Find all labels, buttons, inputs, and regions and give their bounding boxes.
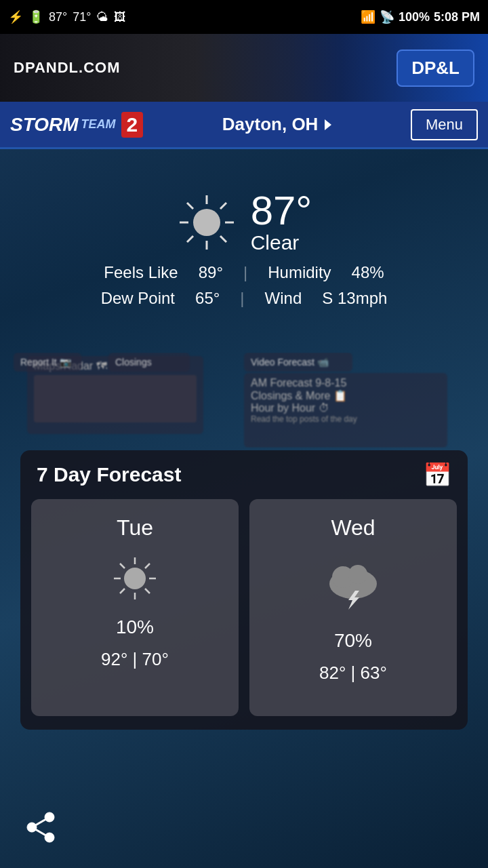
wifi-icon: 📶 [361, 9, 375, 24]
feels-like-value: 89° [199, 260, 223, 285]
bg-card-reportit: Report It 📷 [14, 353, 81, 372]
svg-line-6 [220, 203, 226, 209]
tue-sun-icon [111, 555, 159, 602]
forecast-days: Tue [20, 499, 468, 716]
wed-storm-icon [323, 558, 384, 612]
logo-team: TEAM [81, 117, 116, 132]
svg-line-5 [220, 236, 226, 242]
wind-value: S 13mph [322, 285, 387, 311]
tue-weather-icon [104, 551, 165, 606]
share-icon [24, 810, 58, 844]
forecast-title: 7 Day Forecast [37, 463, 181, 486]
svg-line-14 [145, 589, 150, 593]
current-temperature: 87° [251, 191, 312, 231]
background-cards: Maps/Radar 🗺 Report It 📷 Closings Video … [0, 353, 488, 448]
logo-channel: 2 [121, 112, 144, 138]
app-header: STORM TEAM 2 Dayton, OH Menu [0, 102, 488, 149]
logo-storm: STORM [10, 114, 79, 136]
bg-card-video: Video Forecast 📹 [244, 353, 352, 372]
wed-precip: 70% [334, 630, 372, 652]
weather-status-icon: 🌤 [96, 10, 108, 24]
dew-point-label: Dew Point [101, 285, 175, 311]
tue-temps: 92° | 70° [101, 649, 169, 670]
forecast-day-tue[interactable]: Tue [31, 499, 239, 716]
tue-precip: 10% [116, 616, 154, 638]
weather-details: Feels Like 89° | Humidity 48% Dew Point … [101, 260, 388, 312]
battery-percent: 100% [399, 10, 430, 24]
menu-button[interactable]: Menu [411, 109, 478, 140]
status-bar: ⚡ 🔋 87° 71° 🌤 🖼 📶 📡 100% 5:08 PM [0, 0, 488, 34]
temp-low-status: 71° [73, 10, 91, 24]
forecast-container: 7 Day Forecast 📅 Tue [0, 450, 488, 730]
detail-row-1: Feels Like 89° | Humidity 48% [101, 260, 388, 285]
wed-weather-icon [323, 551, 384, 619]
logo-area: STORM TEAM 2 [10, 112, 143, 138]
temp-condition: 87° Clear [251, 191, 312, 254]
forecast-section: 7 Day Forecast 📅 Tue [20, 450, 468, 730]
location-arrow-icon [325, 119, 331, 130]
battery-icon: 🔋 [28, 9, 43, 24]
weather-row: 87° Clear [176, 191, 312, 254]
svg-line-15 [145, 564, 150, 568]
current-weather: 87° Clear Feels Like 89° | Humidity 48% … [0, 149, 488, 353]
bg-card-hourly: AM Forecast 9-8-15 Closings & More 📋 Hou… [244, 373, 447, 448]
day-name-wed: Wed [331, 515, 375, 540]
location-area[interactable]: Dayton, OH [222, 114, 332, 135]
svg-line-4 [187, 203, 193, 209]
humidity-label: Humidity [268, 260, 331, 285]
signal-icon: 📡 [380, 9, 394, 24]
svg-line-16 [120, 589, 125, 593]
svg-point-8 [193, 209, 220, 236]
dew-point-value: 65° [195, 285, 220, 311]
ad-text: DPANDL.COM [14, 59, 120, 77]
bg-card-closings: Closings [108, 353, 190, 372]
time-display: 5:08 PM [434, 10, 480, 24]
detail-row-2: Dew Point 65° | Wind S 13mph [101, 285, 388, 311]
share-button[interactable] [20, 807, 61, 848]
svg-line-13 [120, 564, 125, 568]
day-name-tue: Tue [117, 515, 153, 540]
status-left: ⚡ 🔋 87° 71° 🌤 🖼 [8, 9, 126, 24]
forecast-day-wed[interactable]: Wed 70% [249, 499, 457, 716]
humidity-value: 48% [352, 260, 384, 285]
ad-banner[interactable]: DPANDL.COM DP&L [0, 34, 488, 102]
usb-icon: ⚡ [8, 9, 23, 24]
wind-label: Wind [265, 285, 302, 311]
svg-line-25 [32, 817, 49, 827]
temp-status: 87° [49, 10, 67, 24]
svg-line-7 [187, 236, 193, 242]
status-right: 📶 📡 100% 5:08 PM [361, 9, 480, 24]
feels-like-label: Feels Like [104, 260, 178, 285]
ad-logo: DP&L [396, 50, 474, 87]
image-icon: 🖼 [114, 10, 126, 24]
calendar-icon: 📅 [423, 461, 451, 488]
svg-point-20 [348, 565, 367, 584]
current-sun-icon [176, 192, 237, 253]
svg-point-17 [124, 568, 146, 589]
location-text: Dayton, OH [222, 114, 319, 135]
wed-temps: 82° | 63° [319, 663, 387, 684]
svg-line-26 [32, 827, 49, 837]
forecast-header: 7 Day Forecast 📅 [20, 450, 468, 499]
current-condition: Clear [251, 231, 312, 254]
